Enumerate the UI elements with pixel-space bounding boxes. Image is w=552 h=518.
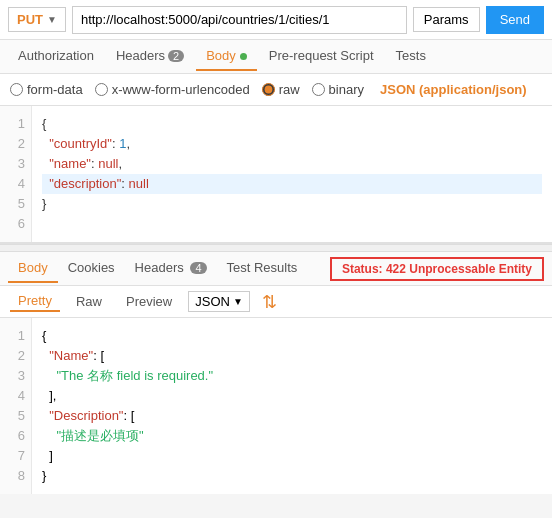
binary-option[interactable]: binary [312, 82, 364, 97]
resp-line-8: } [42, 466, 542, 486]
json-select-arrow: ▼ [233, 296, 243, 307]
resp-num-4: 4 [0, 386, 31, 406]
req-line-2: "countryId": 1, [42, 134, 542, 154]
line-num-2: 2 [0, 134, 31, 154]
body-options: form-data x-www-form-urlencoded raw bina… [0, 74, 552, 106]
response-status: Status: 422 Unprocessable Entity [330, 257, 544, 281]
req-line-6 [42, 214, 542, 234]
url-input[interactable] [72, 6, 407, 34]
resp-num-5: 5 [0, 406, 31, 426]
resp-line-7: ] [42, 446, 542, 466]
params-button[interactable]: Params [413, 7, 480, 32]
resp-tab-body[interactable]: Body [8, 254, 58, 283]
send-button[interactable]: Send [486, 6, 544, 34]
resp-line-4: ], [42, 386, 542, 406]
wrap-icon[interactable]: ⇅ [262, 291, 277, 313]
response-tabs-row: Body Cookies Headers 4 Test Results Stat… [0, 252, 552, 286]
method-button[interactable]: PUT ▼ [8, 7, 66, 32]
resp-line-5: "Description": [ [42, 406, 542, 426]
response-code: { "Name": [ "The 名称 field is required." … [32, 318, 552, 494]
body-dot [240, 53, 247, 60]
view-options: Pretty Raw Preview JSON ▼ ⇅ [0, 286, 552, 318]
section-divider [0, 244, 552, 252]
req-line-5: } [42, 194, 542, 214]
tab-prerequest[interactable]: Pre-request Script [259, 42, 384, 71]
tab-body[interactable]: Body [196, 42, 257, 71]
form-data-option[interactable]: form-data [10, 82, 83, 97]
resp-line-3: "The 名称 field is required." [42, 366, 542, 386]
json-type-label: JSON (application/json) [380, 82, 527, 97]
req-line-3: "name": null, [42, 154, 542, 174]
view-preview-btn[interactable]: Preview [118, 292, 180, 311]
method-arrow: ▼ [47, 14, 57, 25]
resp-line-2: "Name": [ [42, 346, 542, 366]
resp-num-6: 6 [0, 426, 31, 446]
resp-num-7: 7 [0, 446, 31, 466]
request-code[interactable]: { "countryId": 1, "name": null, "descrip… [32, 106, 552, 242]
resp-tab-headers[interactable]: Headers 4 [125, 254, 217, 283]
view-raw-btn[interactable]: Raw [68, 292, 110, 311]
url-bar: PUT ▼ Params Send [0, 0, 552, 40]
line-num-4: 4 [0, 174, 31, 194]
method-label: PUT [17, 12, 43, 27]
req-line-4: "description": null [42, 174, 542, 194]
resp-num-3: 3 [0, 366, 31, 386]
resp-headers-badge: 4 [190, 262, 206, 274]
resp-num-8: 8 [0, 466, 31, 486]
req-line-1: { [42, 114, 542, 134]
line-num-1: 1 [0, 114, 31, 134]
response-editor: 1 2 3 4 5 6 7 8 { "Name": [ "The 名称 fiel… [0, 318, 552, 494]
resp-tab-testresults[interactable]: Test Results [217, 254, 308, 283]
headers-badge: 2 [168, 50, 184, 62]
request-tabs: Authorization Headers2 Body Pre-request … [0, 40, 552, 74]
tab-tests[interactable]: Tests [386, 42, 436, 71]
line-num-5: 5 [0, 194, 31, 214]
urlencoded-option[interactable]: x-www-form-urlencoded [95, 82, 250, 97]
request-editor: 1 2 3 4 5 6 { "countryId": 1, "name": nu… [0, 106, 552, 244]
line-num-6: 6 [0, 214, 31, 234]
json-format-select[interactable]: JSON ▼ [188, 291, 250, 312]
line-num-3: 3 [0, 154, 31, 174]
resp-num-1: 1 [0, 326, 31, 346]
tab-headers[interactable]: Headers2 [106, 42, 194, 71]
tab-authorization[interactable]: Authorization [8, 42, 104, 71]
resp-line-6: "描述是必填项" [42, 426, 542, 446]
view-pretty-btn[interactable]: Pretty [10, 291, 60, 312]
resp-num-2: 2 [0, 346, 31, 366]
response-line-numbers: 1 2 3 4 5 6 7 8 [0, 318, 32, 494]
resp-tab-cookies[interactable]: Cookies [58, 254, 125, 283]
resp-line-1: { [42, 326, 542, 346]
request-line-numbers: 1 2 3 4 5 6 [0, 106, 32, 242]
raw-option[interactable]: raw [262, 82, 300, 97]
